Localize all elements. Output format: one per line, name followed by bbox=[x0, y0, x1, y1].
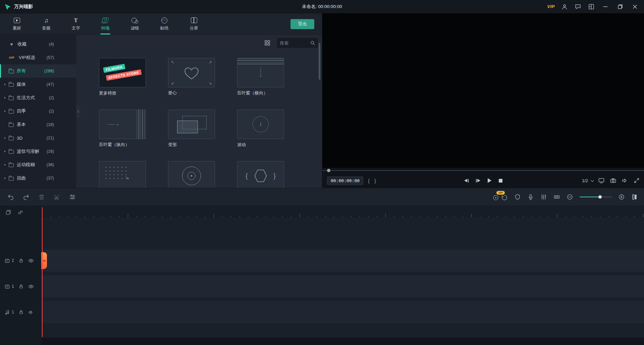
lock-track-button[interactable] bbox=[18, 284, 24, 289]
menu-item[interactable] bbox=[69, 0, 78, 13]
effect-item[interactable]: FILMORA EFFECTS STORE 更多特效 bbox=[99, 58, 146, 96]
restore-button[interactable] bbox=[614, 0, 626, 13]
timeline-ruler[interactable] bbox=[41, 206, 644, 219]
media-tab[interactable]: 分屏 bbox=[179, 13, 209, 34]
zoom-in-button[interactable] bbox=[618, 194, 625, 200]
media-tab[interactable]: 文字 bbox=[61, 13, 91, 34]
stop-button[interactable] bbox=[499, 179, 502, 183]
category-count: (47) bbox=[47, 82, 54, 87]
mark-in-button[interactable]: { bbox=[368, 178, 370, 184]
toggle-track-visibility-button[interactable] bbox=[28, 258, 34, 264]
audio-mixer-button[interactable] bbox=[540, 194, 547, 200]
previous-frame-button[interactable] bbox=[464, 179, 469, 183]
export-button[interactable]: 导出 bbox=[290, 19, 314, 29]
expand-arrow-icon bbox=[4, 137, 6, 139]
preview-quality-dropdown[interactable]: 1/2 bbox=[582, 178, 593, 183]
category-item[interactable]: 扭曲 (37) bbox=[0, 171, 76, 185]
toggle-track-visibility-button[interactable] bbox=[28, 284, 34, 289]
effect-thumbnail bbox=[168, 161, 215, 188]
effect-item[interactable] bbox=[99, 161, 146, 188]
menu-item[interactable] bbox=[39, 0, 48, 13]
category-item[interactable]: 所有 (286) bbox=[0, 64, 76, 78]
sidebar-collapse-handle[interactable]: ‹ bbox=[76, 106, 80, 118]
category-item[interactable]: 基本 (18) bbox=[0, 118, 76, 131]
effect-item[interactable] bbox=[237, 161, 284, 188]
track-header[interactable]: 1 bbox=[0, 301, 41, 323]
track-header[interactable]: 1 bbox=[0, 275, 41, 297]
undo-button[interactable] bbox=[7, 194, 14, 200]
split-clip-button[interactable] bbox=[54, 194, 60, 200]
zoom-out-button[interactable] bbox=[567, 194, 573, 200]
category-item[interactable]: 四季 (2) bbox=[0, 105, 76, 118]
layout-button[interactable] bbox=[586, 0, 596, 13]
grid-scrollbar[interactable] bbox=[319, 43, 320, 80]
close-button[interactable] bbox=[629, 0, 641, 13]
timeline-zoom-slider[interactable] bbox=[580, 197, 612, 197]
mark-out-button[interactable]: } bbox=[374, 178, 376, 184]
search-input[interactable] bbox=[280, 41, 310, 46]
delete-button[interactable] bbox=[38, 194, 45, 200]
category-item[interactable]: 收藏 (4) bbox=[0, 38, 76, 51]
playhead[interactable] bbox=[42, 207, 43, 337]
fullscreen-button[interactable] bbox=[633, 177, 640, 184]
menu-item[interactable] bbox=[59, 0, 68, 13]
snapshot-button[interactable] bbox=[610, 177, 616, 184]
lock-track-button[interactable] bbox=[18, 258, 24, 263]
effect-item[interactable]: 爱心 bbox=[168, 58, 215, 96]
play-button[interactable] bbox=[488, 178, 491, 183]
media-tab[interactable]: 贴纸 bbox=[150, 13, 179, 34]
effects-grid: FILMORA EFFECTS STORE 更多特效 bbox=[76, 51, 322, 188]
render-preview-button[interactable] bbox=[492, 194, 499, 201]
account-button[interactable] bbox=[559, 0, 570, 13]
category-icon bbox=[9, 123, 14, 127]
fit-timeline-button[interactable] bbox=[553, 194, 560, 200]
auto-render-button[interactable] bbox=[501, 194, 508, 201]
seek-knob[interactable] bbox=[327, 169, 330, 172]
edit-toolbar: VIP bbox=[0, 188, 644, 206]
lock-track-button[interactable] bbox=[18, 309, 24, 315]
mute-track-button[interactable] bbox=[28, 309, 34, 315]
record-voiceover-button[interactable] bbox=[527, 194, 534, 200]
track-lane[interactable] bbox=[41, 250, 644, 272]
track-lane[interactable] bbox=[41, 301, 644, 323]
mute-button[interactable] bbox=[622, 177, 628, 184]
category-count: (286) bbox=[44, 69, 54, 73]
category-item[interactable]: 媒体 (47) bbox=[0, 78, 76, 91]
library-panel: 素材 音频 文字 转场 滤镜 贴纸 bbox=[0, 13, 322, 188]
media-tab[interactable]: 音频 bbox=[32, 13, 61, 34]
stabilize-button[interactable] bbox=[514, 194, 521, 200]
media-tab[interactable]: 滤镜 bbox=[120, 13, 150, 34]
minimize-button[interactable] bbox=[600, 0, 611, 13]
properties-button[interactable] bbox=[69, 194, 76, 200]
track-header[interactable]: 2 bbox=[0, 250, 41, 272]
seek-bar[interactable] bbox=[322, 168, 644, 173]
feedback-button[interactable] bbox=[573, 0, 583, 13]
display-device-button[interactable] bbox=[598, 177, 605, 184]
category-item[interactable]: 生活方式 (2) bbox=[0, 91, 76, 105]
effect-item[interactable] bbox=[168, 161, 215, 188]
panel-layout-toggle[interactable] bbox=[631, 194, 638, 200]
menu-item[interactable] bbox=[49, 0, 58, 13]
expand-arrow-icon bbox=[4, 83, 6, 85]
heart-shape-icon bbox=[183, 65, 200, 80]
media-tab[interactable]: 素材 bbox=[2, 13, 32, 34]
preview-panel: 00:00:00:00 { } 1/2 bbox=[322, 13, 644, 188]
effect-item[interactable]: 波动 bbox=[237, 110, 284, 148]
search-icon[interactable] bbox=[310, 40, 315, 46]
next-frame-button[interactable] bbox=[476, 179, 480, 183]
category-item[interactable]: 3D (21) bbox=[0, 131, 76, 145]
media-tab[interactable]: 转场 bbox=[91, 13, 120, 34]
category-item[interactable]: 波纹与溶解 (16) bbox=[0, 145, 76, 158]
effect-item[interactable]: 百叶窗（横向） bbox=[237, 58, 284, 96]
menu-item[interactable] bbox=[79, 0, 88, 13]
category-item[interactable]: VIP精选 (57) bbox=[0, 51, 76, 64]
category-count: (4) bbox=[49, 42, 54, 47]
redo-button[interactable] bbox=[23, 194, 30, 200]
effect-item[interactable]: 变形 bbox=[168, 110, 215, 148]
vip-badge[interactable]: VIP bbox=[547, 4, 555, 9]
timeline: 2 1 1 bbox=[0, 206, 644, 345]
view-toggle-button[interactable] bbox=[263, 39, 272, 47]
effect-item[interactable]: 百叶窗（纵向） bbox=[99, 110, 146, 148]
category-item[interactable]: 运动模糊 (36) bbox=[0, 158, 76, 171]
track-lane[interactable] bbox=[41, 275, 644, 297]
